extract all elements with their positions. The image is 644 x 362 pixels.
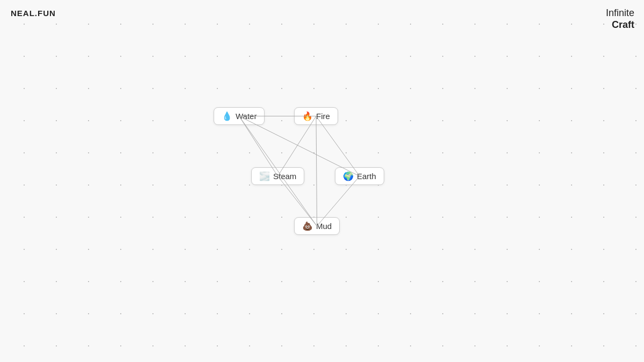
craft-text: Craft (606, 19, 634, 31)
water-label: Water (236, 112, 257, 121)
earth-label: Earth (357, 172, 376, 181)
node-mud[interactable]: 💩Mud (294, 217, 340, 235)
infinite-text: Infinite (606, 8, 634, 19)
node-earth[interactable]: 🌍Earth (335, 167, 384, 185)
fire-icon: 🔥 (302, 111, 313, 121)
steam-label: Steam (273, 172, 296, 181)
fire-label: Fire (316, 112, 330, 121)
water-icon: 💧 (222, 111, 232, 121)
steam-icon: 🌫️ (259, 171, 270, 181)
mud-label: Mud (316, 221, 332, 231)
mud-icon: 💩 (302, 221, 313, 231)
craft-canvas: 💧Water🔥Fire🌫️Steam🌍Earth💩Mud (0, 0, 644, 362)
infinite-craft-logo: Infinite Craft (606, 8, 634, 31)
node-steam[interactable]: 🌫️Steam (251, 167, 304, 185)
node-water[interactable]: 💧Water (214, 107, 265, 125)
earth-icon: 🌍 (343, 171, 354, 181)
neal-fun-logo: NEAL.FUN (11, 9, 56, 18)
node-fire[interactable]: 🔥Fire (294, 107, 338, 125)
